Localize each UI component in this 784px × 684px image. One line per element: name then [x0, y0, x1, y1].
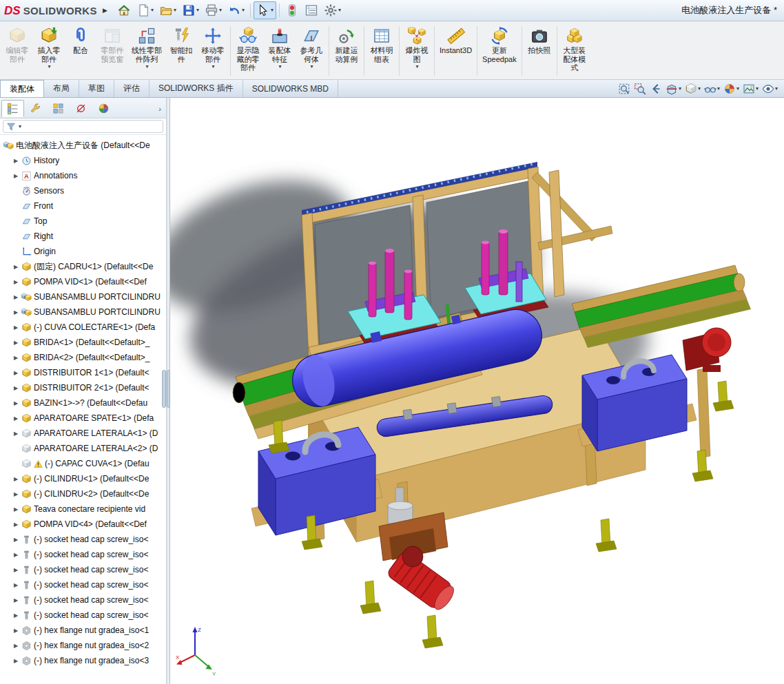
tree-item[interactable]: ▶(-) CUVA COLECTARE<1> (Defa [2, 320, 166, 335]
tree-item[interactable]: ▶(-) socket head cap screw_iso< [2, 532, 166, 547]
tree-item[interactable]: Front [2, 198, 166, 214]
tree-item[interactable]: ▶(-) socket head cap screw_iso< [2, 547, 166, 562]
dropdown-arrow-icon[interactable]: ▾ [310, 64, 313, 70]
ribbon-speedpak-button[interactable]: 更新 Speedpak [479, 23, 520, 79]
ribbon-motion-study-button[interactable]: 新建运 动算例 [331, 23, 362, 79]
dropdown-arrow-icon[interactable]: ▾ [151, 8, 154, 13]
expand-arrow-icon[interactable]: ▶ [12, 476, 19, 482]
tree-item[interactable]: ▶(-) CILINDRU<2> (Default<<De [2, 486, 166, 501]
dropdown-arrow-icon[interactable]: ▾ [271, 8, 274, 13]
zoom-area-button[interactable] [633, 82, 647, 96]
zoom-fit-button[interactable] [617, 82, 631, 96]
tree-item[interactable]: APARATOARE LATERALA<2> (D [2, 441, 166, 456]
tree-item[interactable]: ▶(-) hex flange nut gradea_iso<2 [2, 638, 166, 653]
ribbon-show-hidden-button[interactable]: 显示隐 藏的零 部件 [232, 23, 264, 79]
expand-arrow-icon[interactable]: ▶ [12, 431, 19, 437]
tree-item[interactable]: ▶(-) socket head cap screw_iso< [2, 577, 166, 592]
dropdown-arrow-icon[interactable]: ▾ [242, 8, 245, 13]
tree-item[interactable]: ▶POMPA VID<4> (Default<<Def [2, 517, 166, 532]
home-button[interactable] [114, 1, 134, 19]
tree-item[interactable]: ▶APARATOARE LATERALA<1> (D [2, 426, 166, 441]
expand-arrow-icon[interactable]: ▶ [12, 628, 19, 634]
expand-arrow-icon[interactable]: ▶ [12, 491, 19, 497]
print-button[interactable]: ▾ [202, 1, 225, 19]
tree-item[interactable]: 电池酸液注入生产设备 (Default<<De [2, 138, 166, 153]
expand-arrow-icon[interactable]: ▶ [12, 582, 19, 588]
tree-item[interactable]: ▶(-) socket head cap screw_iso< [2, 562, 166, 577]
new-doc-button[interactable]: ▾ [134, 1, 156, 19]
expand-arrow-icon[interactable]: ▶ [12, 658, 19, 664]
tree-item[interactable]: ▶BAZIN<1>->? (Default<<Defau [2, 395, 166, 411]
tree-item[interactable]: ▶AAnnotations [2, 168, 166, 183]
expand-arrow-icon[interactable]: ▶ [12, 567, 19, 573]
options-button[interactable]: ▾ [321, 1, 344, 19]
dropdown-arrow-icon[interactable]: ▾ [415, 64, 418, 70]
expand-arrow-icon[interactable]: ▶ [12, 309, 19, 315]
tab-SOLIDWORKS MBD[interactable]: SOLIDWORKS MBD [243, 80, 338, 97]
tree-item[interactable]: ▶(-) hex flange nut gradea_iso<1 [2, 623, 166, 638]
ribbon-instant3d-button[interactable]: Instant3D [436, 23, 475, 79]
panel-tab-feature-manager[interactable] [1, 100, 24, 117]
ribbon-linear-pattern-button[interactable]: 线性零部 件阵列▾ [128, 23, 165, 79]
tree-item[interactable]: Top [2, 214, 166, 229]
display-style-button[interactable]: ▾ [684, 82, 701, 96]
expand-arrow-icon[interactable]: ▶ [12, 506, 19, 512]
dropdown-arrow-icon[interactable]: ▾ [756, 86, 759, 92]
tree-item[interactable]: ▶History [2, 153, 166, 168]
section-view-button[interactable]: ▾ [665, 82, 682, 96]
dropdown-arrow-icon[interactable]: ▾ [717, 86, 720, 92]
expand-arrow-icon[interactable]: ▶ [12, 400, 19, 406]
tree-item[interactable]: ▶(-) socket head cap screw_iso< [2, 608, 166, 623]
tree-item[interactable]: Sensors [2, 183, 166, 198]
open-button[interactable]: ▾ [156, 1, 179, 19]
undo-button[interactable]: ▾ [225, 1, 247, 19]
tree-item[interactable]: ▶APARATOARE SPATE<1> (Defa [2, 411, 166, 426]
ribbon-bom-button[interactable]: 材料明 细表 [366, 23, 398, 79]
expand-arrow-icon[interactable]: ▶ [12, 294, 19, 300]
edit-appearance-button[interactable]: ▾ [723, 82, 740, 96]
dropdown-arrow-icon[interactable]: ▾ [174, 8, 176, 13]
expand-arrow-icon[interactable]: ▶ [12, 537, 19, 543]
expand-arrow-icon[interactable]: ▶ [12, 279, 19, 285]
toolbar-expand-icon[interactable]: ▶ [103, 7, 107, 14]
expand-arrow-icon[interactable]: ▶ [12, 355, 19, 361]
tree-item[interactable]: ▶(-) hex flange nut gradea_iso<3 [2, 653, 166, 668]
expand-arrow-icon[interactable]: ▶ [12, 552, 19, 558]
ribbon-insert-component-button[interactable]: 插入零 部件▾ [33, 23, 65, 79]
tree-item[interactable]: ▶SUBANSAMBLU PORTCILINDRU [2, 289, 166, 304]
tree-item[interactable]: ▶DISTRIBUITOR 1<1> (Default< [2, 365, 166, 380]
ribbon-exploded-view-button[interactable]: 爆炸视 图▾ [401, 23, 433, 79]
dropdown-arrow-icon[interactable]: ▾ [212, 64, 214, 70]
tree-item[interactable]: Origin [2, 244, 166, 259]
3d-model-view[interactable] [170, 98, 784, 684]
expand-arrow-icon[interactable]: ▶ [12, 370, 19, 376]
ribbon-component-preview-button[interactable]: 零部件 预览窗 [96, 23, 128, 79]
tab-SOLIDWORKS 插件[interactable]: SOLIDWORKS 插件 [149, 80, 243, 97]
tree-item[interactable]: ▶BRIDA<1> (Default<<Default>_ [2, 335, 166, 350]
expand-arrow-icon[interactable]: ▶ [12, 415, 19, 422]
graphics-viewport[interactable]: X Z Y [170, 98, 784, 684]
tree-item[interactable]: ▶POMPA VID<1> (Default<<Def [2, 274, 166, 289]
tab-草图[interactable]: 草图 [79, 80, 114, 97]
expand-arrow-icon[interactable]: ▶ [12, 324, 19, 331]
ribbon-reference-geometry-button[interactable]: 参考几 何体▾ [296, 23, 327, 79]
view-list-button[interactable] [302, 1, 321, 19]
tree-item[interactable]: Right [2, 229, 166, 244]
tab-装配体[interactable]: 装配体 [0, 80, 44, 97]
expand-arrow-icon[interactable]: ▶ [12, 173, 19, 179]
tree-item[interactable]: ▶(-) CILINDRU<1> (Default<<De [2, 471, 166, 486]
dropdown-arrow-icon[interactable]: ▾ [278, 64, 281, 70]
panel-tab-property-manager[interactable] [24, 100, 47, 117]
expand-arrow-icon[interactable]: ▶ [12, 521, 19, 528]
expand-arrow-icon[interactable]: ▶ [12, 264, 19, 270]
dropdown-arrow-icon[interactable]: ▾ [219, 8, 222, 13]
select-button[interactable]: ▾ [254, 1, 276, 19]
gear-motor[interactable] [683, 328, 731, 372]
tab-评估[interactable]: 评估 [114, 80, 149, 97]
expand-arrow-icon[interactable]: ▶ [12, 612, 19, 619]
tree-item[interactable]: ▶(固定) CADRU<1> (Default<<De [2, 259, 166, 274]
dropdown-arrow-icon[interactable]: ▾ [736, 86, 739, 92]
expand-arrow-icon[interactable]: ▶ [12, 597, 19, 603]
panel-tab-display-manager[interactable] [92, 100, 115, 117]
view-settings-button[interactable]: ▾ [761, 82, 778, 96]
